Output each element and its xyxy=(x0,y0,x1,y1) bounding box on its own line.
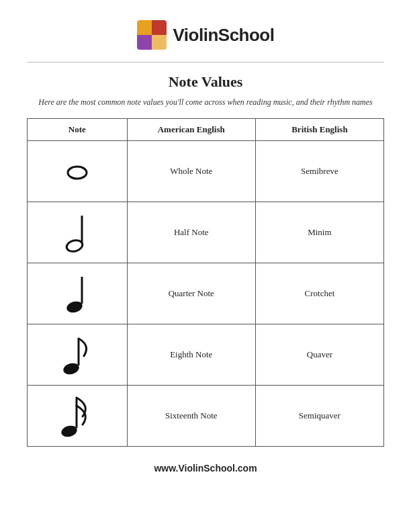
subtitle: Here are the most common note values you… xyxy=(38,97,372,107)
eighth-american-label: Eighth Note xyxy=(128,324,255,385)
header-divider xyxy=(27,62,384,62)
sixteenth-note-svg xyxy=(58,391,95,441)
page: ViolinSchool Note Values Here are the mo… xyxy=(0,0,411,532)
text-cell-whole-american: Whole Note xyxy=(127,141,255,202)
logo-cell-br xyxy=(152,35,167,50)
text-cell-eighth-british: Quaver xyxy=(255,324,383,386)
text-cell-half-american: Half Note xyxy=(127,202,255,263)
text-cell-sixteenth-british: Semiquaver xyxy=(255,386,383,447)
note-cell-eighth xyxy=(28,324,128,386)
text-cell-half-british: Minim xyxy=(255,202,383,263)
text-cell-sixteenth-american: Sixteenth Note xyxy=(127,386,255,447)
text-cell-whole-british: Semibreve xyxy=(255,141,383,202)
col-header-american: American English xyxy=(127,119,255,141)
text-cell-quarter-american: Quarter Note xyxy=(127,263,255,324)
svg-point-1 xyxy=(73,170,81,175)
table-row: Eighth Note Quaver xyxy=(28,324,384,386)
logo-cell-bl xyxy=(137,35,152,50)
col-header-note: Note xyxy=(28,119,128,141)
note-cell-whole xyxy=(28,141,128,202)
table-row: Sixteenth Note Semiquaver xyxy=(28,386,384,447)
page-title: Note Values xyxy=(169,73,243,91)
table-header-row: Note American English British English xyxy=(28,119,384,141)
logo-text: ViolinSchool xyxy=(173,25,275,46)
logo-icon xyxy=(137,20,167,50)
note-cell-sixteenth xyxy=(28,386,128,447)
text-cell-eighth-american: Eighth Note xyxy=(127,324,255,386)
quarter-note-svg xyxy=(64,270,91,317)
table-row: Quarter Note Crotchet xyxy=(28,263,384,324)
logo-cell-tl xyxy=(137,20,152,35)
quarter-british-label: Crotchet xyxy=(256,263,383,324)
whole-american-label: Whole Note xyxy=(128,141,255,202)
sixteenth-american-label: Sixteenth Note xyxy=(128,386,255,446)
eighth-note-svg xyxy=(60,330,94,379)
whole-british-label: Semibreve xyxy=(256,141,383,202)
whole-note-svg xyxy=(64,161,91,181)
text-cell-quarter-british: Crotchet xyxy=(255,263,383,324)
table-row: Whole Note Semibreve xyxy=(28,141,384,202)
footer-url: www.ViolinSchool.com xyxy=(154,463,257,474)
logo-area: ViolinSchool xyxy=(137,20,275,50)
half-british-label: Minim xyxy=(256,202,383,263)
eighth-british-label: Quaver xyxy=(256,324,383,385)
logo-cell-tr xyxy=(152,20,167,35)
col-header-british: British English xyxy=(255,119,383,141)
note-values-table: Note American English British English xyxy=(27,118,384,447)
table-row: Half Note Minim xyxy=(28,202,384,263)
note-cell-half xyxy=(28,202,128,263)
note-cell-quarter xyxy=(28,263,128,324)
half-american-label: Half Note xyxy=(128,202,255,263)
sixteenth-british-label: Semiquaver xyxy=(256,386,383,446)
half-note-svg xyxy=(64,209,91,256)
quarter-american-label: Quarter Note xyxy=(128,263,255,324)
